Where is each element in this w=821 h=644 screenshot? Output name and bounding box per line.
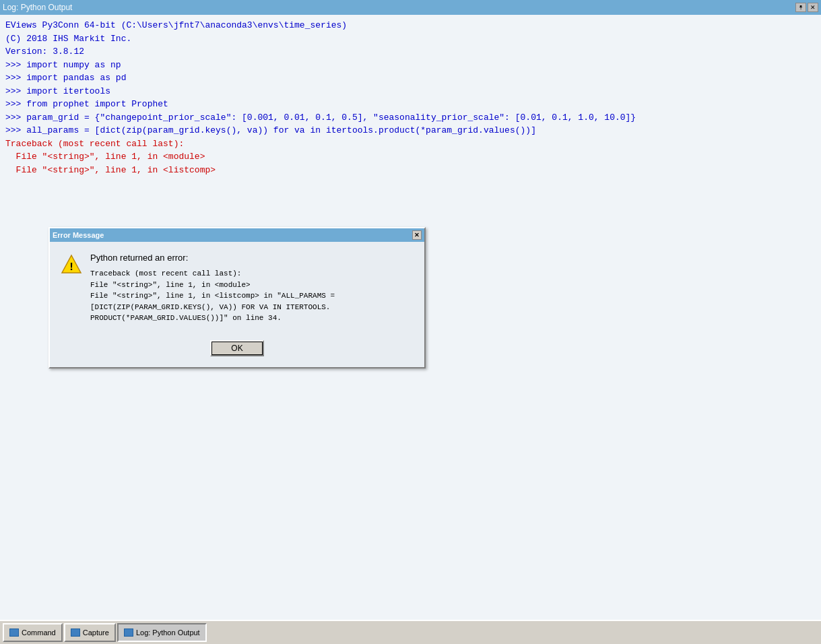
title-bar-buttons: 🖈 ✕	[795, 3, 818, 12]
dialog-traceback: Traceback (most recent call last): File …	[90, 268, 335, 324]
main-window: Log: Python Output 🖈 ✕ EViews Py3Conn 64…	[0, 0, 821, 644]
error-dialog: Error Message ✕ ! Python returned an err…	[48, 227, 426, 368]
output-line-4: >>> import numpy as np	[5, 59, 816, 72]
output-line-11: File "<string>", line 1, in <module>	[5, 150, 816, 164]
dialog-main-message: Python returned an error:	[90, 253, 335, 263]
ok-button[interactable]: OK	[210, 340, 264, 356]
taskbar: Command Capture Log: Python Output	[0, 620, 821, 644]
output-line-3: Version: 3.8.12	[5, 45, 816, 59]
command-icon	[9, 629, 19, 637]
traceback-line-4: [DICT(ZIP(PARAM_GRID.KEYS(), VA)) FOR VA…	[90, 302, 335, 313]
output-line-7: >>> from prophet import Prophet	[5, 98, 816, 111]
svg-text:!: !	[68, 261, 75, 273]
pin-button[interactable]: 🖈	[795, 3, 806, 12]
traceback-line-3: File "<string>", line 1, in <listcomp> i…	[90, 290, 335, 302]
output-line-10: Traceback (most recent call last):	[5, 137, 816, 151]
output-line-8: >>> param_grid = {"changepoint_prior_sca…	[5, 111, 816, 125]
close-button[interactable]: ✕	[808, 3, 818, 12]
log-label: Log: Python Output	[136, 629, 200, 637]
output-line-12: File "<string>", line 1, in <listcomp>	[5, 164, 816, 177]
dialog-body: ! Python returned an error: Traceback (m…	[50, 242, 424, 367]
output-line-1: EViews Py3Conn 64-bit (C:\Users\jfnt7\an…	[5, 19, 816, 32]
capture-label: Capture	[83, 629, 109, 637]
window-title: Log: Python Output	[3, 3, 72, 12]
traceback-line-2: File "<string>", line 1, in <module>	[90, 280, 335, 291]
dialog-top-section: ! Python returned an error: Traceback (m…	[61, 253, 414, 324]
dialog-titlebar: Error Message ✕	[50, 228, 424, 242]
taskbar-log-button[interactable]: Log: Python Output	[117, 623, 207, 642]
traceback-line-1: Traceback (most recent call last):	[90, 268, 335, 280]
traceback-line-5: PRODUCT(*PARAM_GRID.VALUES())]" on line …	[90, 313, 335, 324]
log-icon	[124, 629, 133, 637]
dialog-close-button[interactable]: ✕	[412, 230, 422, 240]
dialog-title: Error Message	[53, 231, 104, 239]
dialog-message-section: Python returned an error: Traceback (mos…	[90, 253, 335, 324]
output-line-5: >>> import pandas as pd	[5, 71, 816, 85]
output-line-9: >>> all_params = [dict(zip(param_grid.ke…	[5, 124, 816, 137]
command-label: Command	[22, 629, 56, 637]
taskbar-command-button[interactable]: Command	[3, 623, 63, 642]
output-area: EViews Py3Conn 64-bit (C:\Users\jfnt7\an…	[0, 15, 821, 620]
warning-icon: !	[61, 254, 82, 276]
title-bar: Log: Python Output 🖈 ✕	[0, 0, 821, 15]
capture-icon	[71, 629, 80, 637]
output-line-6: >>> import itertools	[5, 85, 816, 98]
taskbar-capture-button[interactable]: Capture	[64, 623, 116, 642]
dialog-footer: OK	[61, 335, 414, 359]
output-line-2: (C) 2018 IHS Markit Inc.	[5, 32, 816, 46]
